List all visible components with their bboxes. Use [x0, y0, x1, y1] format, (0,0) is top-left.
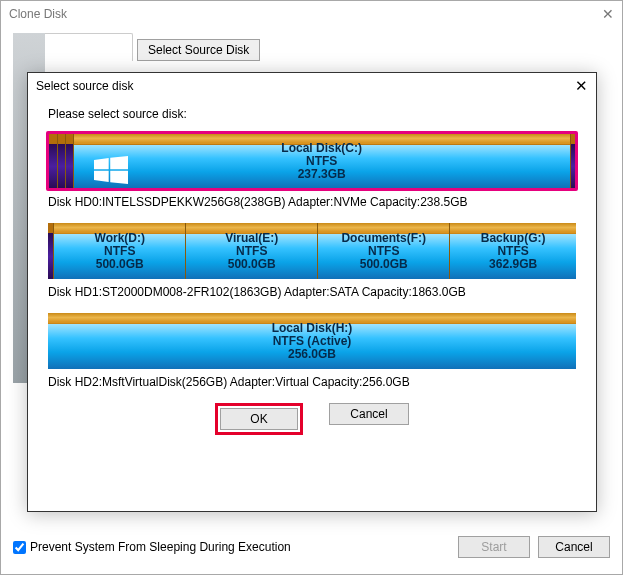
partition[interactable]: [570, 134, 575, 188]
disk-info: Disk HD2:MsftVirtualDisk(256GB) Adapter:…: [48, 375, 576, 389]
partition-label: 500.0GB: [96, 258, 144, 271]
disk-row[interactable]: Local Disk(C:)NTFS237.3GBDisk HD0:INTELS…: [46, 131, 578, 209]
partition-label: Backup(G:): [481, 232, 546, 245]
disk-info: Disk HD0:INTELSSDPEKKW256G8(238GB) Adapt…: [48, 195, 576, 209]
partition[interactable]: [57, 134, 65, 188]
svg-marker-2: [94, 171, 109, 182]
partition-label: 256.0GB: [288, 348, 336, 361]
dialog-prompt: Please select source disk:: [48, 107, 578, 121]
partition[interactable]: [65, 134, 73, 188]
partition-label: NTFS (Active): [273, 335, 352, 348]
start-button: Start: [458, 536, 530, 558]
dialog-cancel-button[interactable]: Cancel: [329, 403, 409, 425]
partition-label: 500.0GB: [228, 258, 276, 271]
ok-button[interactable]: OK: [220, 408, 298, 430]
disk-row[interactable]: Local Disk(H:)NTFS (Active)256.0GBDisk H…: [46, 311, 578, 389]
disk-bar[interactable]: Local Disk(C:)NTFS237.3GB: [46, 131, 578, 191]
dialog-close-icon[interactable]: ✕: [575, 77, 588, 95]
partition-label: NTFS: [497, 245, 528, 258]
partition-label: Documents(F:): [341, 232, 426, 245]
partition-label: NTFS: [104, 245, 135, 258]
prevent-sleep-label: Prevent System From Sleeping During Exec…: [30, 540, 291, 554]
dialog-title: Select source disk: [36, 79, 133, 93]
partition[interactable]: Work(D:)NTFS500.0GB: [53, 223, 185, 279]
windows-logo-icon: [94, 156, 128, 184]
partition[interactable]: [49, 134, 57, 188]
disk-row[interactable]: Work(D:)NTFS500.0GBVirual(E:)NTFS500.0GB…: [46, 221, 578, 299]
window-title: Clone Disk: [9, 1, 67, 27]
partition-label: 362.9GB: [489, 258, 537, 271]
select-source-disk-dialog: Select source disk ✕ Please select sourc…: [27, 72, 597, 512]
partition-label: NTFS: [306, 155, 337, 168]
prevent-sleep-input[interactable]: [13, 541, 26, 554]
outer-cancel-button[interactable]: Cancel: [538, 536, 610, 558]
partition-label: Work(D:): [95, 232, 145, 245]
partition[interactable]: Documents(F:)NTFS500.0GB: [317, 223, 449, 279]
partition-label: Virual(E:): [225, 232, 278, 245]
disk-bar[interactable]: Work(D:)NTFS500.0GBVirual(E:)NTFS500.0GB…: [46, 221, 578, 281]
partition-label: 500.0GB: [360, 258, 408, 271]
svg-marker-0: [94, 158, 109, 169]
partition-label: NTFS: [368, 245, 399, 258]
svg-marker-1: [110, 156, 128, 169]
tab-strip: Select Source Disk: [13, 33, 610, 61]
partition-label: NTFS: [236, 245, 267, 258]
close-icon[interactable]: ✕: [602, 1, 614, 27]
partition[interactable]: Local Disk(C:)NTFS237.3GB: [73, 134, 570, 188]
partition-label: Local Disk(H:): [272, 322, 353, 335]
select-source-disk-tab[interactable]: Select Source Disk: [137, 39, 260, 61]
disk-info: Disk HD1:ST2000DM008-2FR102(1863GB) Adap…: [48, 285, 576, 299]
svg-marker-3: [110, 171, 128, 184]
disk-bar[interactable]: Local Disk(H:)NTFS (Active)256.0GB: [46, 311, 578, 371]
partition[interactable]: Virual(E:)NTFS500.0GB: [185, 223, 317, 279]
partition[interactable]: Backup(G:)NTFS362.9GB: [449, 223, 576, 279]
partition-label: 237.3GB: [298, 168, 346, 181]
partition[interactable]: Local Disk(H:)NTFS (Active)256.0GB: [48, 313, 576, 369]
partition-label: Local Disk(C:): [281, 142, 362, 155]
ok-highlight: OK: [215, 403, 303, 435]
prevent-sleep-checkbox[interactable]: Prevent System From Sleeping During Exec…: [13, 540, 291, 554]
